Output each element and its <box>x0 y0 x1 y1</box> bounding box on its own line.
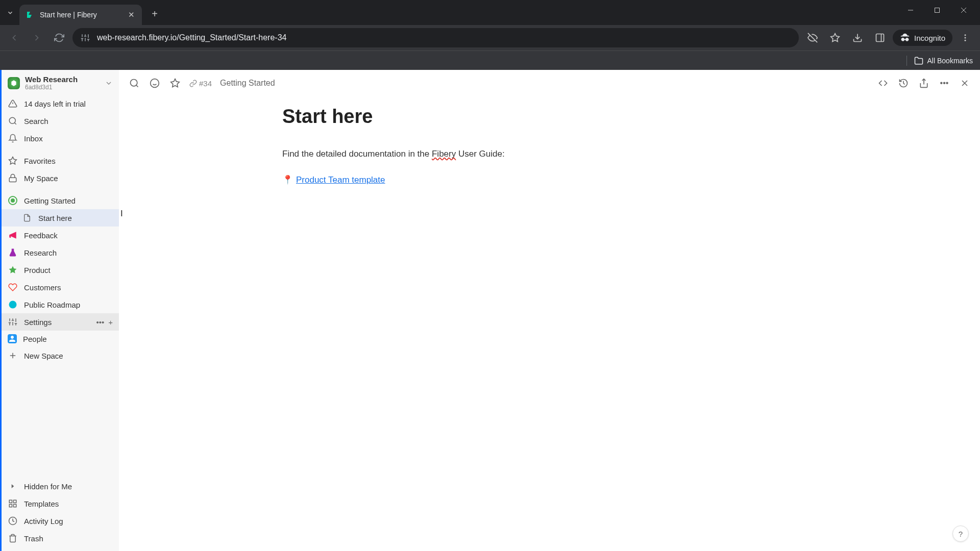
incognito-badge[interactable]: Incognito <box>893 30 952 46</box>
sidebar-item-research[interactable]: Research <box>2 244 119 261</box>
close-panel-icon[interactable] <box>959 77 971 89</box>
svg-rect-40 <box>14 505 16 507</box>
sidebar-item-templates[interactable]: Templates <box>2 495 119 512</box>
close-window-button[interactable] <box>951 2 976 18</box>
sidebar-item-label: People <box>23 335 47 343</box>
forward-button[interactable] <box>28 29 46 47</box>
main-content: #34 Getting Started ••• I Start here Fin… <box>119 70 980 551</box>
tab-title: Start here | Fibery <box>40 11 121 19</box>
sidebar-item-label: Hidden for Me <box>24 482 72 491</box>
sidebar-item-label: New Space <box>24 352 63 360</box>
svg-marker-24 <box>9 266 17 273</box>
sidebar-item-people[interactable]: People <box>2 331 119 347</box>
document-icon <box>22 213 32 223</box>
help-button[interactable]: ? <box>952 525 969 542</box>
workspace-id: 6ad8d3d1 <box>25 84 100 91</box>
sidebar-item-start-here[interactable]: Start here <box>2 209 119 227</box>
back-button[interactable] <box>5 29 23 47</box>
sidebar-item-favorites[interactable]: Favorites <box>2 152 119 169</box>
breadcrumb[interactable]: Getting Started <box>220 79 275 88</box>
link-icon <box>189 80 197 87</box>
expand-icon[interactable] <box>877 77 889 89</box>
trash-icon <box>8 533 18 543</box>
sidebar-item-inbox[interactable]: Inbox <box>2 130 119 147</box>
incognito-icon <box>900 33 910 43</box>
svg-point-17 <box>965 34 966 36</box>
maximize-button[interactable] <box>925 2 949 18</box>
sidebar-item-my-space[interactable]: My Space <box>2 169 119 187</box>
tab-close-icon[interactable]: ✕ <box>127 10 136 19</box>
sidebar-item-trash[interactable]: Trash <box>2 530 119 547</box>
sidebar-item-product[interactable]: Product <box>2 261 119 279</box>
sidebar-item-label: 14 days left in trial <box>24 99 86 108</box>
svg-point-20 <box>9 117 15 123</box>
intro-before: Find the detailed documentation in the <box>282 149 432 159</box>
bell-icon <box>8 133 18 143</box>
sidebar-item-label: Feedback <box>24 231 58 240</box>
star-icon <box>8 156 18 166</box>
side-panel-icon[interactable] <box>870 28 890 47</box>
emoji-icon[interactable] <box>149 77 161 89</box>
reload-button[interactable] <box>50 29 68 47</box>
browser-toolbar: web-research.fibery.io/Getting_Started/S… <box>0 25 980 51</box>
app-container: Web Research 6ad8d3d1 14 days left in tr… <box>0 70 980 551</box>
all-bookmarks-button[interactable]: All Bookmarks <box>914 56 973 65</box>
sidebar-item-search[interactable]: Search <box>2 112 119 130</box>
sidebar-item-label: Search <box>24 117 48 126</box>
bookmark-star-icon[interactable] <box>825 28 845 47</box>
product-team-template-link[interactable]: Product Team template <box>296 175 385 185</box>
browser-titlebar: Start here | Fibery ✕ + <box>0 0 980 25</box>
sidebar-item-label: Public Roadmap <box>24 300 80 309</box>
address-bar[interactable]: web-research.fibery.io/Getting_Started/S… <box>72 28 799 47</box>
entity-id[interactable]: #34 <box>189 79 212 88</box>
share-icon[interactable] <box>918 77 930 89</box>
svg-marker-37 <box>12 484 14 488</box>
content-body[interactable]: Start here Find the detailed documentati… <box>119 96 980 551</box>
svg-point-19 <box>965 40 966 41</box>
svg-rect-1 <box>935 8 940 13</box>
clock-icon <box>8 516 18 526</box>
window-controls <box>898 0 976 20</box>
warning-icon <box>8 98 18 109</box>
heart-icon <box>8 282 18 292</box>
sidebar-item-getting-started[interactable]: Getting Started <box>2 192 119 209</box>
download-icon[interactable] <box>848 28 867 47</box>
tracking-icon[interactable] <box>803 28 822 47</box>
page-title[interactable]: Start here <box>282 106 980 128</box>
sidebar-item-feedback[interactable]: Feedback <box>2 227 119 244</box>
globe-icon <box>8 299 18 310</box>
sidebar-item-activity-log[interactable]: Activity Log <box>2 512 119 530</box>
tab-search-dropdown[interactable] <box>4 7 16 19</box>
page-intro-text[interactable]: Find the detailed documentation in the F… <box>282 149 980 159</box>
history-icon[interactable] <box>897 77 910 89</box>
more-options-icon[interactable]: ••• <box>938 77 950 89</box>
svg-line-21 <box>14 122 16 124</box>
svg-point-25 <box>9 301 17 309</box>
chevron-down-icon <box>105 79 113 87</box>
sidebar-item-label: Activity Log <box>24 517 63 525</box>
page-link[interactable]: 📍 Product Team template <box>282 174 385 185</box>
sidebar-item-hidden[interactable]: Hidden for Me <box>2 478 119 495</box>
caret-right-icon <box>8 481 18 491</box>
sidebar-item-new-space[interactable]: New Space <box>2 347 119 364</box>
sidebar: Web Research 6ad8d3d1 14 days left in tr… <box>0 70 119 551</box>
chrome-menu-icon[interactable] <box>955 28 975 47</box>
minimize-button[interactable] <box>898 2 923 18</box>
sidebar-item-customers[interactable]: Customers <box>2 279 119 296</box>
plus-icon[interactable]: + <box>108 318 113 327</box>
favorite-star-icon[interactable] <box>169 77 181 89</box>
sidebar-item-trial[interactable]: 14 days left in trial <box>2 95 119 112</box>
more-icon[interactable]: ••• <box>96 318 104 327</box>
sidebar-item-label: Favorites <box>24 157 56 165</box>
megaphone-icon <box>8 230 18 240</box>
new-tab-button[interactable]: + <box>147 7 162 22</box>
workspace-switcher[interactable]: Web Research 6ad8d3d1 <box>2 70 119 95</box>
sidebar-item-public-roadmap[interactable]: Public Roadmap <box>2 296 119 313</box>
site-settings-icon[interactable] <box>81 33 90 42</box>
sidebar-item-label: Product <box>24 266 51 274</box>
svg-marker-46 <box>171 79 180 87</box>
sidebar-item-settings[interactable]: Settings ••• + <box>2 313 119 331</box>
sliders-icon <box>8 317 18 327</box>
browser-tab-active[interactable]: Start here | Fibery ✕ <box>19 5 142 25</box>
search-in-page-icon[interactable] <box>128 77 140 89</box>
